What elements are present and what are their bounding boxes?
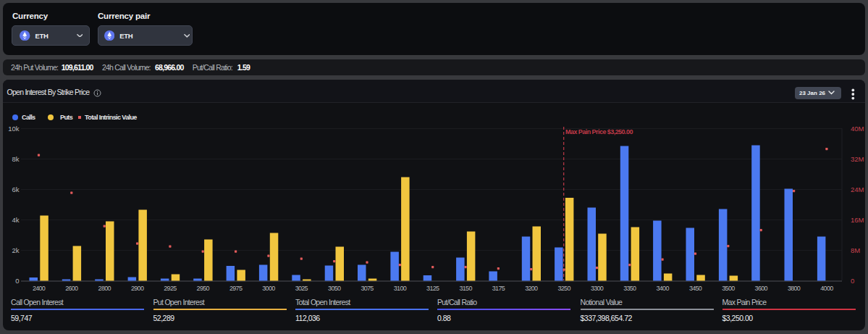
svg-text:3075: 3075 <box>361 285 374 292</box>
svg-text:3025: 3025 <box>295 285 308 292</box>
svg-text:4k: 4k <box>12 216 19 224</box>
svg-text:32M: 32M <box>851 155 864 163</box>
svg-text:2k: 2k <box>12 246 19 254</box>
svg-text:3800: 3800 <box>788 285 801 292</box>
svg-text:3500: 3500 <box>722 285 735 292</box>
svg-text:2600: 2600 <box>65 285 78 292</box>
svg-text:2400: 2400 <box>33 285 46 292</box>
svg-text:3200: 3200 <box>525 285 538 292</box>
svg-text:2975: 2975 <box>229 285 243 292</box>
svg-text:2800: 2800 <box>98 285 111 292</box>
svg-text:24M: 24M <box>851 185 864 193</box>
svg-text:6k: 6k <box>12 185 19 193</box>
svg-text:3050: 3050 <box>328 285 341 292</box>
svg-text:2925: 2925 <box>164 285 177 292</box>
svg-text:10k: 10k <box>8 125 20 133</box>
svg-text:3150: 3150 <box>459 285 472 292</box>
svg-text:3250: 3250 <box>557 285 570 292</box>
svg-text:8M: 8M <box>851 246 860 254</box>
svg-text:3400: 3400 <box>656 285 669 292</box>
svg-text:2900: 2900 <box>131 285 144 292</box>
svg-text:3125: 3125 <box>426 285 439 292</box>
svg-text:3600: 3600 <box>755 285 768 292</box>
svg-text:3175: 3175 <box>492 285 505 292</box>
svg-text:3100: 3100 <box>394 285 407 292</box>
svg-text:8k: 8k <box>12 155 19 163</box>
svg-text:3350: 3350 <box>623 285 636 292</box>
svg-text:40M: 40M <box>851 125 864 133</box>
svg-text:3300: 3300 <box>591 285 604 292</box>
svg-text:3450: 3450 <box>689 285 702 292</box>
svg-text:4000: 4000 <box>820 285 833 292</box>
svg-text:0: 0 <box>851 277 854 285</box>
svg-text:16M: 16M <box>851 216 864 224</box>
svg-text:0: 0 <box>15 277 19 285</box>
svg-text:3000: 3000 <box>262 285 275 292</box>
svg-text:Max Pain Price $3,250.00: Max Pain Price $3,250.00 <box>565 128 633 135</box>
svg-text:2950: 2950 <box>197 285 210 292</box>
